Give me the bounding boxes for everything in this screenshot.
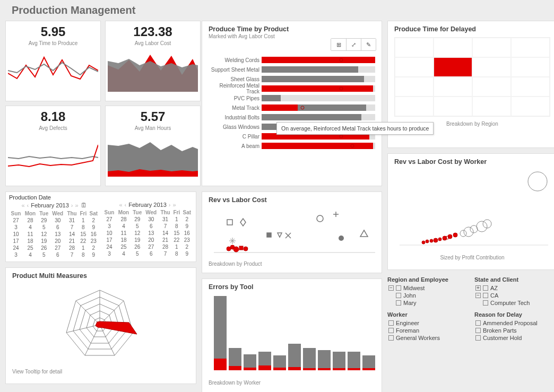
- calendar-day[interactable]: 5: [38, 251, 50, 258]
- calendar-day[interactable]: 21: [65, 238, 79, 245]
- calendar-day[interactable]: 27: [143, 243, 159, 250]
- filter-item[interactable]: Foreman: [388, 327, 470, 334]
- checkbox[interactable]: [475, 335, 481, 341]
- next-month-icon[interactable]: ›: [71, 202, 73, 208]
- calendar-day[interactable]: 9: [181, 223, 193, 230]
- product-row[interactable]: Industrial Bolts: [209, 112, 375, 122]
- checkbox[interactable]: [388, 335, 394, 341]
- calendar-day[interactable]: 9: [88, 251, 99, 258]
- calendar-day[interactable]: 17: [9, 238, 23, 245]
- product-multi-measures-card[interactable]: Product Multi Measures View T: [5, 267, 196, 384]
- product-row[interactable]: Welding Cords: [209, 55, 375, 65]
- calendar-day[interactable]: 6: [143, 250, 159, 257]
- checkbox[interactable]: [388, 328, 394, 333]
- product-row[interactable]: Metal Track: [209, 103, 375, 112]
- calendar-day[interactable]: 2: [88, 245, 99, 251]
- calendar-day[interactable]: 8: [79, 251, 88, 258]
- prev-year-icon[interactable]: «: [119, 202, 122, 208]
- calendar-day[interactable]: 7: [159, 250, 172, 257]
- calendar-day[interactable]: 11: [116, 230, 131, 237]
- kpi-avg-time[interactable]: 5.95 Avg Time to Produce: [5, 21, 101, 101]
- calendar-day[interactable]: 2: [88, 217, 99, 224]
- calendar-day[interactable]: 20: [143, 237, 159, 243]
- calendar-day[interactable]: 4: [116, 250, 131, 257]
- calendar-day[interactable]: 16: [88, 231, 99, 238]
- calendar-day[interactable]: 5: [38, 224, 50, 231]
- calendar-day[interactable]: 27: [102, 216, 116, 223]
- expand-icon[interactable]: −: [388, 285, 394, 291]
- calendar-day[interactable]: 13: [143, 230, 159, 237]
- calendar-day[interactable]: 30: [143, 216, 159, 223]
- next-month-icon[interactable]: ›: [169, 202, 171, 208]
- calendar-day[interactable]: 16: [181, 230, 193, 237]
- calendar-day[interactable]: 17: [102, 237, 116, 243]
- calendar-day[interactable]: 30: [50, 217, 65, 224]
- edit-button[interactable]: ✎: [361, 39, 376, 50]
- calendar-day[interactable]: 3: [9, 251, 23, 258]
- checkbox[interactable]: [396, 285, 401, 291]
- calendar-day[interactable]: 29: [131, 216, 143, 223]
- calendar-day[interactable]: 6: [50, 251, 65, 258]
- produce-time-card[interactable]: Produce Time by Product Marked with Avg …: [202, 21, 382, 186]
- calendar-day[interactable]: 28: [65, 245, 79, 251]
- calendar-day[interactable]: 3: [102, 223, 116, 230]
- calendar-day[interactable]: 1: [172, 216, 181, 223]
- kpi-avg-labor-cost[interactable]: 123.38 Avg Labor Cost: [105, 21, 201, 101]
- product-row[interactable]: A beam: [209, 141, 375, 151]
- product-row[interactable]: Support Sheet Metal: [209, 65, 375, 74]
- rev-vs-cost-worker-card[interactable]: Rev vs Labor Cost by Worker Sized by Pro…: [387, 153, 554, 270]
- calendar-day[interactable]: 18: [116, 237, 131, 243]
- expand-icon[interactable]: −: [475, 293, 481, 298]
- calendar-day[interactable]: 15: [79, 231, 88, 238]
- next-year-icon[interactable]: »: [172, 202, 176, 208]
- calendar-day[interactable]: 26: [131, 243, 143, 250]
- calendar-day[interactable]: 23: [88, 238, 99, 245]
- calendar-day[interactable]: 19: [131, 237, 143, 243]
- calendar-day[interactable]: 3: [9, 224, 23, 231]
- calendar-day[interactable]: 27: [9, 217, 23, 224]
- calendar-day[interactable]: 25: [23, 245, 38, 251]
- calendar-day[interactable]: 4: [116, 223, 131, 230]
- data-panel-button[interactable]: ⊞: [331, 39, 346, 50]
- product-row[interactable]: Reinforced Metal Track: [209, 84, 375, 93]
- calendar-day[interactable]: 4: [23, 224, 38, 231]
- calendar-grid[interactable]: SunMonTueWedThuFriSat2728293031123456789…: [9, 210, 99, 258]
- calendar-day[interactable]: 13: [50, 231, 65, 238]
- calendar-day[interactable]: 24: [9, 245, 23, 251]
- calendar-day[interactable]: 14: [159, 230, 172, 237]
- calendar-day[interactable]: 6: [143, 223, 159, 230]
- filter-item[interactable]: Mary: [396, 300, 470, 306]
- calendar-day[interactable]: 10: [102, 230, 116, 237]
- calendar-day[interactable]: 19: [38, 238, 50, 245]
- calendar-day[interactable]: 1: [79, 217, 88, 224]
- calendar-day[interactable]: 31: [159, 216, 172, 223]
- calendar-day[interactable]: 11: [23, 231, 38, 238]
- filter-item[interactable]: Customer Hold: [475, 335, 554, 341]
- calendar-day[interactable]: 31: [65, 217, 79, 224]
- checkbox[interactable]: [475, 328, 481, 333]
- calendar-day[interactable]: 7: [65, 251, 79, 258]
- calendar-day[interactable]: 1: [172, 243, 181, 250]
- filter-item[interactable]: +AZ: [475, 285, 554, 291]
- prev-month-icon[interactable]: ‹: [125, 202, 127, 208]
- calendar-day[interactable]: 6: [50, 224, 65, 231]
- calendar-day[interactable]: 9: [181, 250, 193, 257]
- calendar-day[interactable]: 21: [159, 237, 172, 243]
- calendar-day[interactable]: 24: [102, 243, 116, 250]
- kpi-avg-man-hours[interactable]: 5.57 Avg Man Hours: [105, 106, 201, 186]
- calendar-grid[interactable]: SunMonTueWedThuFriSat2728293031123456789…: [102, 209, 193, 257]
- filter-item[interactable]: Ammended Proposal: [475, 320, 554, 326]
- calendar-day[interactable]: 29: [38, 217, 50, 224]
- calendar-day[interactable]: 28: [23, 217, 38, 224]
- errors-by-tool-card[interactable]: Errors by Tool Breakdown by Worker: [202, 278, 382, 392]
- filter-item[interactable]: −Midwest: [388, 285, 470, 291]
- kpi-avg-defects[interactable]: 8.18 Avg Defects: [5, 106, 101, 186]
- calendar-day[interactable]: 28: [159, 243, 172, 250]
- calendar-day[interactable]: 9: [88, 224, 99, 231]
- calendar-day[interactable]: 1: [79, 245, 88, 251]
- filter-item[interactable]: Engineer: [388, 320, 470, 326]
- calendar-icon[interactable]: 🗓: [81, 202, 87, 209]
- prev-month-icon[interactable]: ‹: [27, 202, 29, 208]
- checkbox[interactable]: [483, 293, 488, 298]
- calendar-day[interactable]: 4: [23, 251, 38, 258]
